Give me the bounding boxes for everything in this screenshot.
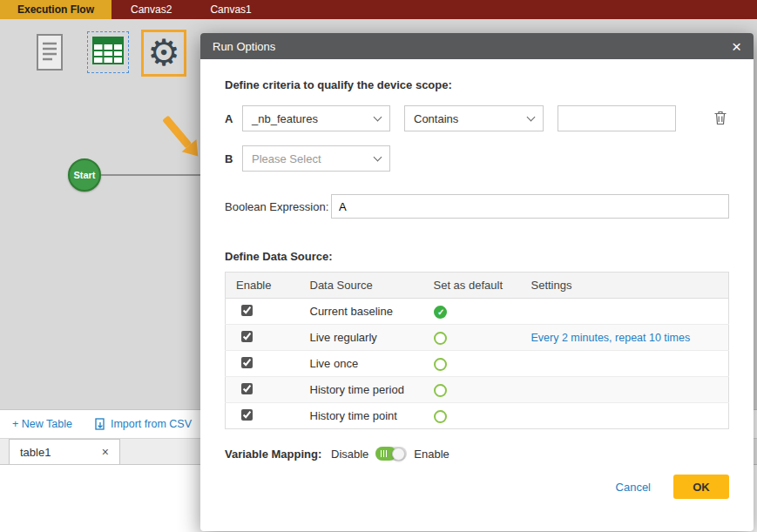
new-table-button[interactable]: + New Table (12, 418, 72, 430)
sheet-tab-table1[interactable]: table1 × (9, 439, 120, 464)
gear-icon-highlighted[interactable]: ⚙ (141, 30, 186, 77)
variable-mapping-toggle[interactable] (375, 447, 407, 461)
dialog-body: Define criteria to qualify the device sc… (200, 59, 754, 499)
operator-dropdown-a-value: Contains (414, 112, 458, 125)
col-header-settings: Settings (521, 273, 729, 299)
tab-canvas2[interactable]: Canvas2 (112, 0, 191, 19)
table-icon[interactable] (87, 31, 129, 73)
import-csv-button[interactable]: Import from CSV (95, 418, 192, 430)
variable-mapping-label: Variable Mapping: (225, 448, 331, 461)
data-source-name: Live once (300, 351, 423, 377)
enable-checkbox[interactable] (241, 383, 253, 394)
table-row: Live regularly Every 2 minutes, repeat 1… (226, 325, 729, 351)
close-tab-icon[interactable]: × (102, 445, 109, 459)
field-dropdown-b[interactable]: Please Select (242, 145, 390, 172)
criteria-key-a: A (225, 112, 242, 125)
chevron-down-icon (374, 112, 382, 121)
gear-icon: ⚙ (147, 35, 180, 71)
tab-execution-flow[interactable]: Execution Flow (0, 0, 112, 19)
criteria-value-input-a[interactable] (558, 105, 676, 131)
tab-canvas1[interactable]: Canvas1 (191, 0, 270, 19)
default-radio[interactable] (434, 358, 447, 371)
dialog-close-icon[interactable]: × (732, 38, 741, 55)
table-row: Current baseline (226, 299, 729, 325)
data-source-name: Live regularly (300, 325, 423, 351)
data-source-table: Enable Data Source Set as default Settin… (225, 272, 729, 429)
field-dropdown-a-value: _nb_features (252, 112, 318, 125)
field-dropdown-b-placeholder: Please Select (252, 152, 321, 165)
import-csv-icon (95, 418, 106, 430)
default-radio[interactable] (434, 332, 447, 345)
settings-link[interactable]: Every 2 minutes, repeat 10 times (531, 332, 691, 344)
dialog-footer: Cancel OK (225, 475, 729, 499)
criteria-heading: Define criteria to qualify the device sc… (225, 78, 729, 91)
default-radio[interactable] (434, 384, 447, 397)
enable-checkbox[interactable] (241, 331, 253, 342)
data-source-name: History time point (300, 403, 423, 429)
boolean-expression-label: Boolean Expression: (225, 200, 331, 213)
col-header-set-as-default: Set as default (423, 273, 521, 299)
data-source-name: History time period (300, 377, 423, 403)
table-row: History time point (226, 403, 729, 429)
criteria-row-b: B Please Select (225, 145, 729, 172)
chevron-down-icon (374, 152, 382, 161)
data-source-name: Current baseline (300, 299, 423, 325)
chevron-down-icon (527, 112, 536, 121)
variable-mapping-row: Variable Mapping: Disable Enable (225, 447, 729, 461)
default-radio[interactable] (434, 410, 447, 423)
run-options-dialog: Run Options × Define criteria to qualify… (200, 33, 754, 531)
delete-criteria-button[interactable] (712, 108, 729, 130)
enable-checkbox[interactable] (241, 305, 253, 316)
field-dropdown-a[interactable]: _nb_features (242, 105, 390, 131)
criteria-key-b: B (225, 152, 242, 165)
enable-checkbox[interactable] (241, 409, 253, 421)
cancel-button[interactable]: Cancel (616, 481, 651, 494)
table-row: Live once (226, 351, 729, 377)
boolean-expression-row: Boolean Expression: (225, 194, 729, 219)
operator-dropdown-a[interactable]: Contains (404, 105, 544, 131)
top-tab-bar: Execution Flow Canvas2 Canvas1 (0, 0, 757, 19)
criteria-row-a: A _nb_features Contains (225, 105, 729, 131)
enable-checkbox[interactable] (241, 357, 253, 368)
col-header-data-source: Data Source (300, 273, 423, 299)
trash-icon (713, 110, 727, 125)
dialog-header: Run Options × (200, 33, 754, 59)
flow-connector-line (101, 174, 202, 176)
sheet-tab-label: table1 (20, 446, 51, 459)
variable-mapping-disable-label: Disable (331, 448, 368, 461)
data-source-heading: Define Data Source: (225, 250, 729, 263)
dialog-title: Run Options (213, 40, 275, 53)
boolean-expression-input[interactable] (331, 194, 729, 219)
default-radio[interactable] (434, 306, 447, 319)
document-icon[interactable] (35, 33, 64, 75)
table-header-row: Enable Data Source Set as default Settin… (226, 273, 729, 299)
variable-mapping-enable-label: Enable (414, 448, 449, 461)
col-header-enable: Enable (226, 273, 300, 299)
application-window: Execution Flow Canvas2 Canvas1 ⚙ Start (0, 0, 757, 532)
table-row: History time period (226, 377, 729, 403)
import-csv-label: Import from CSV (111, 418, 192, 430)
ok-button[interactable]: OK (673, 475, 729, 499)
start-node[interactable]: Start (68, 158, 101, 192)
